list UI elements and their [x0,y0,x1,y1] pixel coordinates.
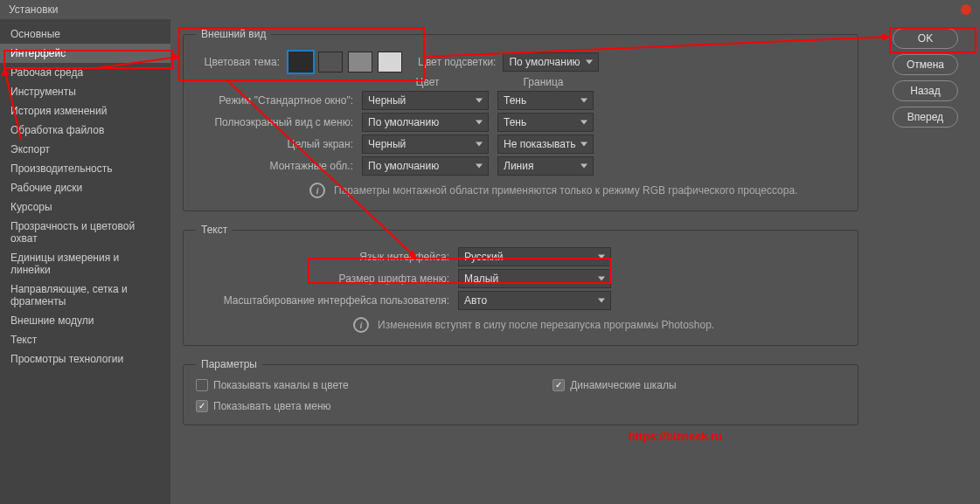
show-channels-label: Показывать каналы в цвете [213,379,349,391]
dialog-buttons: OK Отмена Назад Вперед [871,19,980,504]
mode-fullscreen-menu-color[interactable]: По умолчанию [362,113,489,132]
forward-button[interactable]: Вперед [893,107,958,128]
sidebar-item-plugins[interactable]: Внешние модули [0,311,170,330]
sidebar-item-general[interactable]: Основные [0,24,170,44]
font-size-label: Размер шрифта меню: [196,273,449,285]
sidebar-item-history[interactable]: История изменений [0,101,170,121]
sidebar-item-interface[interactable]: Интерфейс [0,44,170,63]
mode-fullscreen-border[interactable]: Не показывать [497,135,594,154]
theme-swatches [288,52,402,72]
mode-standard-border[interactable]: Тень [497,91,594,110]
show-menu-colors-label: Показывать цвета меню [213,400,331,412]
info-icon: i [309,183,325,198]
appearance-group: Внешний вид Цветовая тема: Цвет подсветк… [183,28,858,211]
dynamic-scales-checkbox[interactable] [553,379,565,391]
ok-button[interactable]: OK [893,28,958,49]
lang-label: Язык интерфейса: [196,251,449,263]
highlight-select[interactable]: По умолчанию [503,52,599,72]
text-group: Текст Язык интерфейса:Русский Размер шри… [183,224,858,346]
dynamic-scales-label: Динамические шкалы [570,379,676,391]
theme-label: Цветовая тема: [196,56,280,68]
mode-fullscreen-label: Целый экран: [196,138,353,150]
sidebar-item-tools[interactable]: Инструменты [0,82,170,101]
sidebar-item-scratch[interactable]: Рабочие диски [0,178,170,197]
sidebar-item-text[interactable]: Текст [0,330,170,349]
content-pane: Внешний вид Цветовая тема: Цвет подсветк… [170,19,871,504]
mode-fullscreen-menu-border[interactable]: Тень [497,113,594,132]
mode-artboards-label: Монтажные обл.: [196,160,353,172]
close-icon[interactable] [961,4,971,15]
ui-scale-select[interactable]: Авто [458,291,611,310]
sidebar-item-transparency[interactable]: Прозрачность и цветовой охват [0,217,170,248]
sidebar-item-export[interactable]: Экспорт [0,140,170,159]
border-col-header: Граница [493,76,594,88]
appearance-legend: Внешний вид [196,28,271,40]
lang-select[interactable]: Русский [458,247,611,266]
theme-swatch-lightest[interactable] [378,52,402,72]
sidebar-item-units[interactable]: Единицы измерения и линейки [0,248,170,280]
sidebar-item-techpreviews[interactable]: Просмотры технологии [0,349,170,369]
appearance-info: Параметры монтажной области применяются … [334,184,797,197]
cancel-button[interactable]: Отмена [893,54,958,75]
mode-standard-color[interactable]: Черный [362,91,489,110]
info-icon: i [353,317,369,333]
ui-scale-label: Масштабирование интерфейса пользователя: [196,294,449,307]
show-menu-colors-checkbox[interactable] [196,400,208,412]
font-size-select[interactable]: Малый [458,269,611,288]
mode-artboards-color[interactable]: По умолчанию [362,156,489,176]
sidebar-item-workspace[interactable]: Рабочая среда [0,63,170,82]
show-channels-checkbox[interactable] [196,379,208,391]
color-col-header: Цвет [362,76,493,88]
sidebar-item-performance[interactable]: Производительность [0,159,170,178]
back-button[interactable]: Назад [893,80,958,101]
sidebar-item-guides[interactable]: Направляющие, сетка и фрагменты [0,280,170,311]
mode-fullscreen-color[interactable]: Черный [362,135,489,154]
sidebar-item-filehandling[interactable]: Обработка файлов [0,121,170,140]
theme-swatch-light[interactable] [348,52,372,72]
mode-artboards-border[interactable]: Линия [497,156,594,176]
params-legend: Параметры [196,358,262,370]
params-group: Параметры Показывать каналы в цвете Дина… [183,358,858,425]
highlight-label: Цвет подсветки: [418,56,496,68]
watermark: https://biznesk.ru [628,430,722,443]
text-legend: Текст [196,224,233,236]
theme-swatch-darkest[interactable] [288,52,313,72]
text-info: Изменения вступят в силу после перезапус… [378,319,714,331]
window-title: Установки [9,3,58,16]
sidebar: Основные Интерфейс Рабочая среда Инструм… [0,19,170,504]
sidebar-item-cursors[interactable]: Курсоры [0,197,170,217]
mode-fullscreen-menu-label: Полноэкранный вид с меню: [196,116,353,128]
mode-standard-label: Режим "Стандартное окно": [196,94,353,107]
titlebar: Установки [0,0,980,19]
theme-swatch-dark[interactable] [318,52,343,72]
